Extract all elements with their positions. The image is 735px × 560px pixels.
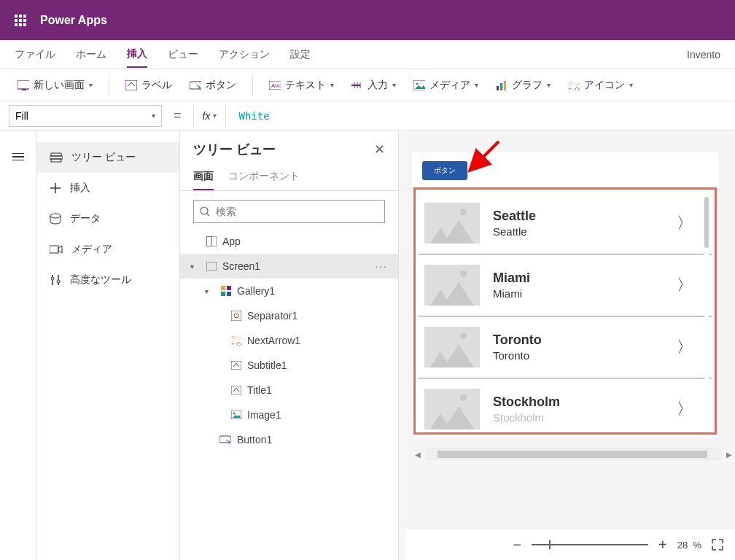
text-dropdown[interactable]: Abc テキスト▾ — [269, 79, 334, 92]
tree-node-app[interactable]: App — [180, 229, 398, 254]
svg-rect-16 — [504, 81, 506, 90]
hamburger-icon[interactable] — [0, 139, 36, 174]
tree-search[interactable] — [193, 200, 385, 223]
svg-rect-1 — [22, 89, 26, 90]
tree-node-screen1[interactable]: ▾ Screen1 ··· — [180, 254, 398, 279]
list-item[interactable]: StockholmStockholm 〉 — [419, 378, 712, 429]
tree-node-subtitle1[interactable]: Subtitle1 — [180, 353, 398, 378]
zoom-in-button[interactable]: + — [658, 537, 667, 553]
svg-rect-37 — [221, 286, 225, 290]
sidebar-item-treeview[interactable]: ツリー ビュー — [36, 142, 179, 173]
scroll-left-icon[interactable]: ◀ — [412, 451, 424, 459]
media-dropdown[interactable]: メディア▾ — [413, 79, 478, 92]
svg-text:◇: ◇ — [236, 341, 241, 346]
list-item[interactable]: TorontoToronto 〉 — [419, 316, 712, 378]
horizontal-scrollbar[interactable]: ◀ ▶ — [412, 448, 735, 461]
side-panel: ツリー ビュー 挿入 データ メディア 高度なツール — [36, 131, 180, 560]
titlebar: Power Apps — [0, 0, 735, 40]
label-button[interactable]: ラベル — [125, 79, 172, 92]
file-name: Invento — [687, 49, 720, 61]
new-screen-button[interactable]: 新しい画面▾ — [18, 79, 93, 92]
data-icon — [50, 213, 61, 225]
chevron-right-icon[interactable]: 〉 — [677, 336, 706, 358]
thumbnail-icon — [424, 203, 480, 244]
thumbnail-icon — [424, 327, 480, 368]
menu-settings[interactable]: 設定 — [290, 42, 311, 67]
thumbnail-icon — [424, 265, 480, 306]
search-icon — [200, 206, 210, 217]
tree-node-image1[interactable]: Image1 — [180, 402, 398, 427]
search-input[interactable] — [216, 206, 378, 217]
svg-rect-39 — [221, 292, 225, 296]
chevron-right-icon[interactable]: 〉 — [677, 398, 706, 420]
tree-title: ツリー ビュー — [193, 141, 276, 158]
chevron-right-icon[interactable]: 〉 — [677, 212, 706, 234]
gallery-icon — [221, 286, 231, 296]
svg-point-32 — [201, 207, 208, 214]
zoom-slider[interactable] — [532, 544, 648, 545]
zoom-out-button[interactable]: − — [513, 537, 521, 553]
canvas-button-element[interactable]: ボタン — [422, 161, 467, 180]
gallery-scrollbar[interactable] — [704, 197, 709, 425]
tab-screens[interactable]: 画面 — [193, 164, 214, 190]
svg-rect-38 — [227, 286, 231, 290]
svg-rect-14 — [497, 86, 499, 90]
list-item[interactable]: MiamiMiami 〉 — [419, 254, 712, 316]
svg-rect-40 — [227, 292, 231, 296]
ribbon: 新しい画面▾ ラベル ボタン Abc テキスト▾ 入力▾ メディア▾ グラフ▾ — [0, 69, 735, 101]
svg-rect-53 — [231, 411, 241, 419]
formula-input[interactable]: White — [233, 110, 726, 122]
sidebar-item-insert[interactable]: 挿入 — [36, 173, 179, 203]
svg-point-42 — [234, 314, 238, 318]
svg-line-33 — [207, 214, 209, 216]
menu-file[interactable]: ファイル — [15, 42, 55, 67]
screen-icon — [18, 80, 29, 90]
plus-icon — [50, 182, 61, 194]
property-selector[interactable]: Fill▾ — [9, 105, 162, 127]
input-dropdown[interactable]: 入力▾ — [351, 79, 396, 92]
close-icon[interactable]: ✕ — [374, 141, 385, 158]
chart-dropdown[interactable]: グラフ▾ — [496, 79, 551, 92]
media-side-icon — [50, 244, 63, 254]
tree-node-title1[interactable]: Title1 — [180, 378, 398, 402]
icon-dropdown[interactable]: ♡☆+◇ アイコン▾ — [568, 79, 633, 92]
svg-rect-23 — [51, 159, 61, 162]
screen-node-icon — [206, 262, 217, 271]
svg-line-4 — [131, 82, 135, 86]
zoom-value: 28 % — [677, 540, 701, 551]
list-item[interactable]: SeattleSeattle 〉 — [419, 192, 712, 254]
menu-insert[interactable]: 挿入 — [127, 42, 147, 68]
fx-button[interactable]: fx▾ — [193, 105, 226, 127]
app-icon — [206, 236, 217, 246]
chevron-right-icon[interactable]: 〉 — [677, 274, 706, 296]
tree-node-separator1[interactable]: Separator1 — [180, 303, 398, 328]
tree-node-gallery1[interactable]: ▾ Gallery1 — [180, 279, 398, 303]
chevron-down-icon: ▾ — [89, 81, 93, 89]
image-node-icon — [231, 411, 241, 419]
svg-point-54 — [233, 413, 236, 415]
sidebar-item-data[interactable]: データ — [36, 203, 179, 234]
scroll-right-icon[interactable]: ▶ — [723, 451, 735, 459]
chevron-down-icon[interactable]: ▾ — [205, 287, 215, 295]
canvas[interactable]: ボタン SeattleSeattle 〉 MiamiMiami 〉 — [412, 152, 718, 438]
tree-node-nextarrow1[interactable]: ♡☆+◇ NextArrow1 — [180, 328, 398, 353]
arrow-icon: ♡☆+◇ — [231, 335, 241, 346]
sidebar-item-media[interactable]: メディア — [36, 234, 179, 265]
menu-home[interactable]: ホーム — [76, 42, 106, 67]
button-node-icon — [219, 435, 231, 444]
button-button[interactable]: ボタン — [190, 79, 236, 92]
canvas-gallery[interactable]: SeattleSeattle 〉 MiamiMiami 〉 TorontoTor… — [419, 192, 712, 429]
media-icon — [413, 80, 425, 90]
menu-action[interactable]: アクション — [219, 42, 270, 67]
menu-view[interactable]: ビュー — [168, 42, 198, 67]
tab-components[interactable]: コンポーネント — [228, 164, 300, 190]
fullscreen-icon[interactable] — [712, 539, 723, 551]
more-icon[interactable]: ··· — [375, 260, 388, 272]
svg-rect-50 — [231, 386, 241, 394]
tree-node-button1[interactable]: Button1 — [180, 427, 398, 452]
app-launcher-icon[interactable] — [0, 15, 40, 26]
svg-rect-2 — [125, 80, 137, 90]
chevron-down-icon[interactable]: ▾ — [190, 262, 201, 271]
sidebar-item-advanced[interactable]: 高度なツール — [36, 265, 179, 295]
button-icon — [190, 80, 201, 90]
